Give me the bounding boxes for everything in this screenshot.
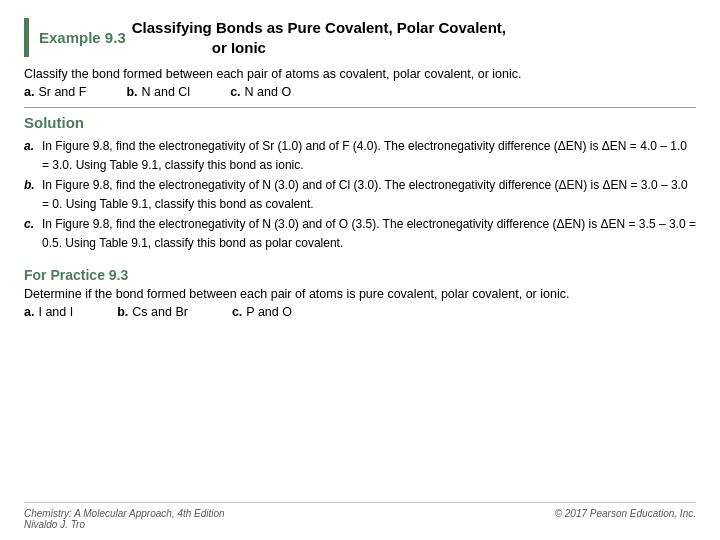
classify-item-c-label: c.	[230, 85, 240, 99]
page: Example 9.3 Classifying Bonds as Pure Co…	[0, 0, 720, 540]
for-practice-item-b-text: Cs and Br	[132, 305, 188, 319]
footer-left-line1: Chemistry: A Molecular Approach, 4th Edi…	[24, 508, 225, 519]
classify-intro: Classify the bond formed between each pa…	[24, 67, 696, 81]
footer-right: © 2017 Pearson Education, Inc.	[555, 508, 696, 530]
for-practice-item-c-text: P and O	[246, 305, 292, 319]
for-practice-item-b: b. Cs and Br	[117, 305, 188, 319]
footer: Chemistry: A Molecular Approach, 4th Edi…	[24, 502, 696, 530]
for-practice-items: a. I and I b. Cs and Br c. P and O	[24, 305, 696, 319]
for-practice-item-a: a. I and I	[24, 305, 73, 319]
classify-item-a-label: a.	[24, 85, 34, 99]
solution-bullet-b: b.	[24, 176, 42, 213]
divider	[24, 107, 696, 108]
solution-text-c: In Figure 9.8, find the electronegativit…	[42, 215, 696, 252]
classify-item-b-label: b.	[126, 85, 137, 99]
solution-header: Solution	[24, 114, 696, 131]
classify-items: a. Sr and F b. N and Cl c. N and O	[24, 85, 696, 99]
example-title: Classifying Bonds as Pure Covalent, Pola…	[132, 18, 506, 57]
solution-list: a. In Figure 9.8, find the electronegati…	[24, 137, 696, 255]
for-practice-item-b-label: b.	[117, 305, 128, 319]
classify-item-a: a. Sr and F	[24, 85, 86, 99]
example-label: Example 9.3	[39, 29, 126, 46]
footer-left: Chemistry: A Molecular Approach, 4th Edi…	[24, 508, 225, 530]
for-practice-item-c-label: c.	[232, 305, 242, 319]
for-practice-item-a-label: a.	[24, 305, 34, 319]
solution-text-b: In Figure 9.8, find the electronegativit…	[42, 176, 696, 213]
solution-item-c: c. In Figure 9.8, find the electronegati…	[24, 215, 696, 252]
for-practice-item-c: c. P and O	[232, 305, 292, 319]
solution-bullet-a: a.	[24, 137, 42, 174]
for-practice-desc: Determine if the bond formed between eac…	[24, 287, 696, 301]
for-practice-header: For Practice 9.3	[24, 267, 696, 283]
classify-item-a-text: Sr and F	[38, 85, 86, 99]
classify-item-c-text: N and O	[245, 85, 292, 99]
classify-item-b-text: N and Cl	[141, 85, 190, 99]
for-practice-item-a-text: I and I	[38, 305, 73, 319]
solution-bullet-c: c.	[24, 215, 42, 252]
classify-item-c: c. N and O	[230, 85, 291, 99]
solution-item-a: a. In Figure 9.8, find the electronegati…	[24, 137, 696, 174]
classify-item-b: b. N and Cl	[126, 85, 190, 99]
solution-item-b: b. In Figure 9.8, find the electronegati…	[24, 176, 696, 213]
footer-left-line2: Nivaldo J. Tro	[24, 519, 225, 530]
solution-text-a: In Figure 9.8, find the electronegativit…	[42, 137, 696, 174]
example-header: Example 9.3 Classifying Bonds as Pure Co…	[24, 18, 696, 57]
